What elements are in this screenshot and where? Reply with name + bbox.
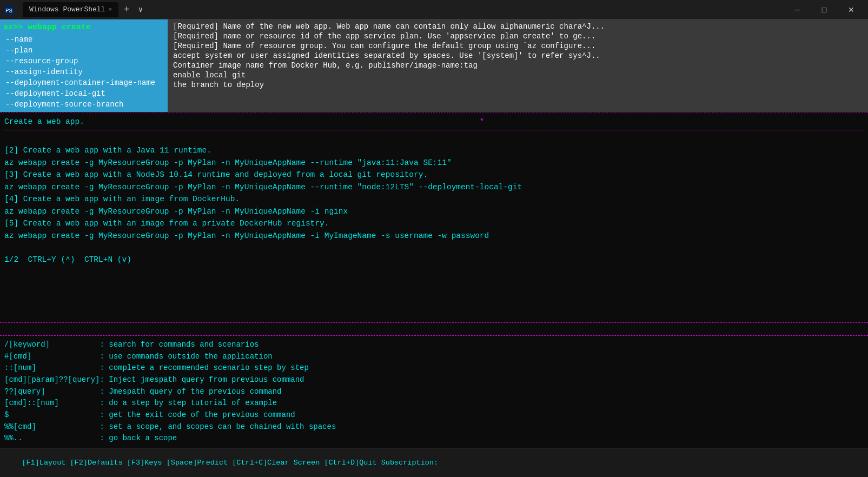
autocomplete-item-local-git[interactable]: --deployment-local-git	[0, 88, 168, 99]
help-query: ??[query] : Jmespath query of the previo…	[4, 386, 864, 398]
maximize-button[interactable]: □	[812, 0, 837, 19]
desc-name: [Required] Name of the new web app. Web …	[173, 22, 863, 31]
tab-dropdown-button[interactable]: ∨	[135, 5, 146, 14]
example-5-header: [5] Create a web app with an image from …	[4, 217, 864, 229]
example-3-header: [3] Create a web app with a NodeJS 10.14…	[4, 169, 864, 181]
window-controls: ─ □ ✕	[785, 0, 864, 19]
svg-text:PS: PS	[5, 8, 13, 14]
example-5-cmd: az webapp create -g MyResourceGroup -p M…	[4, 230, 864, 242]
autocomplete-item-plan[interactable]: --plan	[0, 45, 168, 56]
example-4-cmd: az webapp create -g MyResourceGroup -p M…	[4, 206, 864, 217]
terminal: az>> webapp create --name --plan --resou…	[0, 19, 868, 477]
empty-line-1	[4, 132, 864, 144]
powershell-icon: PS	[4, 5, 14, 15]
new-tab-button[interactable]: +	[120, 4, 134, 15]
help-back-scope: %%.. : go back a scope	[4, 433, 864, 445]
autocomplete-item-container-image[interactable]: --deployment-container-image-name	[0, 77, 168, 88]
help-cmd: #[cmd] : use commands outside the applic…	[4, 351, 864, 363]
example-3-cmd: az webapp create -g MyResourceGroup -p M…	[4, 181, 864, 193]
statusbar-text: [F1]Layout [F2]Defaults [F3]Keys [Space]…	[22, 459, 438, 467]
titlebar: PS Windows PowerShell × + ∨ ─ □ ✕	[0, 0, 868, 19]
tab-close-icon[interactable]: ×	[108, 6, 112, 13]
example-4-header: [4] Create a web app with an image from …	[4, 193, 864, 205]
minimize-button[interactable]: ─	[785, 0, 810, 19]
help-keyword: /[keyword] : search for commands and sce…	[4, 339, 864, 351]
desc-assign-identity: accept system or user assigned identitie…	[173, 51, 863, 61]
example-2-header: [2] Create a web app with a Java 11 runt…	[4, 144, 864, 156]
divider-after-header	[4, 130, 864, 130]
statusbar: [F1]Layout [F2]Defaults [F3]Keys [Space]…	[0, 448, 868, 477]
example-2-cmd: az webapp create -g MyResourceGroup -p M…	[4, 157, 864, 169]
prompt-line: az>> webapp create	[0, 22, 168, 34]
help-tutorial: [cmd]::[num] : do a step by step tutoria…	[4, 398, 864, 409]
desc-source-branch: the branch to deploy	[173, 80, 863, 90]
desc-container-image: Container image name from Docker Hub, e.…	[173, 61, 863, 70]
star-icon: *	[480, 117, 485, 126]
create-webapp-header: Create a web app. *	[4, 116, 864, 128]
empty-line-mid	[0, 323, 868, 335]
autocomplete-item-source-branch[interactable]: --deployment-source-branch	[0, 99, 168, 110]
help-jmespath: [cmd][param]??[query]: Inject jmespath q…	[4, 374, 864, 386]
tab-powershell[interactable]: Windows PowerShell ×	[23, 2, 118, 17]
titlebar-left: PS Windows PowerShell × + ∨	[4, 2, 146, 17]
autocomplete-item-assign-identity[interactable]: --assign-identity	[0, 67, 168, 77]
empty-line-2	[4, 242, 864, 254]
help-exit-code: $ : get the exit code of the previous co…	[4, 409, 864, 421]
main-content: Create a web app. * [2] Create a web app…	[0, 112, 868, 322]
close-button[interactable]: ✕	[839, 0, 864, 19]
pagination-line: 1/2 CTRL+Y (^) CTRL+N (v)	[4, 254, 864, 266]
desc-plan: [Required] name or resource id of the ap…	[173, 31, 863, 41]
autocomplete-descriptions: [Required] Name of the new web app. Web …	[168, 19, 868, 112]
autocomplete-list: az>> webapp create --name --plan --resou…	[0, 19, 168, 112]
autocomplete-item-name[interactable]: --name	[0, 34, 168, 45]
help-section: /[keyword] : search for commands and sce…	[0, 335, 868, 448]
help-num: ::[num] : complete a recommended scenari…	[4, 362, 864, 374]
autocomplete-section: az>> webapp create --name --plan --resou…	[0, 19, 868, 112]
autocomplete-item-resource-group[interactable]: --resource-group	[0, 56, 168, 67]
desc-resource-group: [Required] Name of resource group. You c…	[173, 41, 863, 51]
desc-local-git: enable local git	[173, 70, 863, 80]
tab-bar: Windows PowerShell × + ∨	[23, 2, 146, 17]
tab-label: Windows PowerShell	[29, 5, 105, 14]
help-scope: %%[cmd] : set a scope, and scopes can be…	[4, 421, 864, 433]
